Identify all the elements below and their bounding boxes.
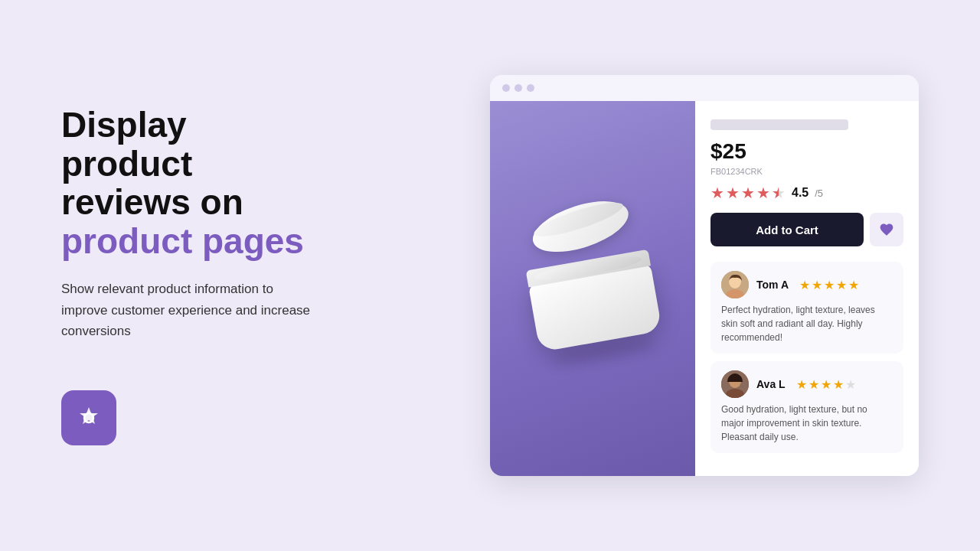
rev2-star1: ★ [796, 377, 807, 392]
review-text-tom: Perfect hydration, light texture, leaves… [721, 303, 893, 344]
browser-mockup: $25 FB01234CRK ★ ★ ★ ★ ★ ★ 4.5 /5 [490, 75, 919, 476]
rev2-star2: ★ [808, 377, 819, 392]
review-header-1: Tom A ★ ★ ★ ★ ★ [721, 271, 893, 298]
reviews-section: Tom A ★ ★ ★ ★ ★ Perfect hydration, light… [710, 262, 903, 453]
subtext: Show relevant product information to imp… [61, 279, 322, 341]
browser-dot-red [502, 84, 510, 92]
product-price: $25 [710, 139, 903, 164]
star-2: ★ [726, 185, 740, 201]
rev1-star2: ★ [812, 278, 822, 292]
rev2-star3: ★ [821, 377, 831, 392]
left-content: Display product reviews on product pages… [0, 60, 368, 491]
action-row: Add to Cart [710, 213, 903, 246]
headline-line1: Display product [61, 105, 192, 184]
star-4: ★ [756, 185, 770, 201]
add-to-cart-button[interactable]: Add to Cart [710, 213, 864, 246]
star-3: ★ [741, 185, 755, 201]
rev2-star5: ★ [845, 377, 856, 392]
heart-icon [879, 222, 894, 237]
browser-dot-yellow [514, 84, 522, 92]
stars-display: ★ ★ ★ ★ ★ ★ [710, 185, 786, 201]
star-5-half: ★ ★ [772, 185, 786, 201]
product-name-bar [710, 119, 848, 130]
rating-value: 4.5 [792, 186, 808, 200]
rating-row: ★ ★ ★ ★ ★ ★ 4.5 /5 [710, 185, 903, 201]
logo-icon [72, 401, 106, 435]
browser-content: $25 FB01234CRK ★ ★ ★ ★ ★ ★ 4.5 /5 [490, 101, 919, 476]
review-header-2: Ava L ★ ★ ★ ★ ★ [721, 370, 893, 398]
headline: Display product reviews on product pages [61, 106, 322, 260]
product-sku: FB01234CRK [710, 167, 903, 176]
rev1-star1: ★ [799, 278, 810, 292]
reviewer-stars-ava: ★ ★ ★ ★ ★ [796, 377, 856, 392]
browser-dot-green [527, 84, 534, 92]
product-info-panel: $25 FB01234CRK ★ ★ ★ ★ ★ ★ 4.5 /5 [695, 101, 919, 476]
headline-purple: product pages [61, 221, 304, 261]
wishlist-button[interactable] [870, 213, 903, 246]
rev1-star3: ★ [824, 278, 835, 292]
review-card-1: Tom A ★ ★ ★ ★ ★ Perfect hydration, light… [710, 262, 903, 354]
review-card-2: Ava L ★ ★ ★ ★ ★ Good hydration, light te… [710, 361, 903, 453]
headline-line2: reviews on [61, 182, 243, 222]
star-1: ★ [710, 185, 724, 201]
rating-max: /5 [815, 187, 823, 199]
product-image [511, 201, 674, 376]
product-image-panel [490, 101, 695, 476]
browser-bar [490, 75, 919, 101]
reviewer-name-ava: Ava L [756, 378, 786, 390]
rev1-star5: ★ [848, 278, 859, 292]
reviewer-name-tom: Tom A [756, 279, 789, 291]
rev1-star4: ★ [836, 278, 847, 292]
rev2-star4: ★ [833, 377, 844, 392]
avatar-tom [721, 271, 749, 298]
reviewer-stars-tom: ★ ★ ★ ★ ★ [799, 278, 859, 292]
review-text-ava: Good hydration, light texture, but no ma… [721, 403, 893, 444]
logo-box [61, 390, 116, 445]
avatar-ava [721, 370, 749, 398]
